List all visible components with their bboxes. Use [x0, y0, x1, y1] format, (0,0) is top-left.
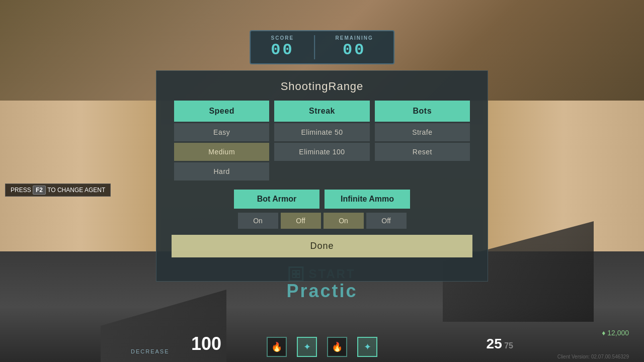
done-section: Done [156, 235, 488, 257]
done-button[interactable]: Done [172, 235, 472, 257]
speed-category-button[interactable]: Speed [174, 101, 269, 122]
medium-option-button[interactable]: Medium [174, 143, 269, 161]
hud-icon-fire: 🔥 [267, 337, 287, 357]
score-section: SCORE 00 [261, 35, 304, 59]
remaining-section: REMAINING 00 [326, 35, 383, 59]
hud-icon-intensity: 🔥 [327, 337, 347, 357]
bot-armor-label-button[interactable]: Bot Armor [234, 190, 319, 209]
f2-action-label: TO CHANGE AGENT [47, 187, 105, 194]
version-text: Client Version: 02.07.00.546329 [557, 354, 629, 359]
toggle-labels-row: Bot Armor Infinite Ammo [172, 190, 472, 209]
modal-title: ShootingRange [156, 71, 488, 101]
bots-category-button[interactable]: Bots [375, 101, 470, 122]
hud-icon-aim: ✦ [297, 337, 317, 357]
bot-armor-on-button[interactable]: On [238, 213, 278, 229]
remaining-value: 00 [336, 41, 373, 59]
strafe-option-button[interactable]: Strafe [375, 123, 470, 141]
bot-armor-off-button[interactable]: Off [281, 213, 321, 229]
hud-icons-row: 🔥 ✦ 🔥 ✦ [267, 337, 377, 357]
score-divider [314, 35, 315, 59]
f2-press-label: PRESS [11, 187, 31, 194]
options-grid: Speed Easy Medium Hard Streak Eliminate … [156, 101, 488, 182]
health-value: 100 [191, 333, 221, 354]
infinite-ammo-label-button[interactable]: Infinite Ammo [325, 190, 410, 209]
shooting-range-modal: ShootingRange Speed Easy Medium Hard Str… [156, 70, 488, 282]
hud-icon-special: ✦ [357, 337, 377, 357]
eliminate100-option-button[interactable]: Eliminate 100 [274, 143, 369, 161]
scoreboard: SCORE 00 REMAINING 00 [250, 30, 394, 64]
streak-column: Streak Eliminate 50 Eliminate 100 [272, 101, 372, 182]
bots-column: Bots Strafe Reset [372, 101, 472, 182]
speed-column: Speed Easy Medium Hard [172, 101, 272, 182]
eliminate50-option-button[interactable]: Eliminate 50 [274, 123, 369, 141]
reset-option-button[interactable]: Reset [375, 143, 470, 161]
streak-category-button[interactable]: Streak [274, 101, 369, 122]
decrease-label: DECREASE [131, 348, 170, 354]
ammo-reserve: 75 [502, 341, 513, 350]
infinite-ammo-off-button[interactable]: Off [366, 213, 407, 229]
money-value: ♦ 12,000 [602, 329, 629, 337]
hard-option-button[interactable]: Hard [174, 162, 269, 180]
hud-bottom: DECREASE 100 🔥 ✦ 🔥 ✦ 25 75 ♦ 12,000 Clie… [0, 317, 644, 362]
score-label: SCORE [271, 35, 294, 41]
f2-hint: PRESS F2 TO CHANGE AGENT [5, 184, 111, 197]
infinite-ammo-on-button[interactable]: On [324, 213, 364, 229]
toggles-section: Bot Armor Infinite Ammo On Off On Off [156, 190, 488, 229]
easy-option-button[interactable]: Easy [174, 123, 269, 141]
remaining-label: REMAINING [336, 35, 373, 41]
f2-key: F2 [33, 186, 46, 195]
score-value: 00 [271, 41, 294, 59]
practice-text: Practic [286, 281, 357, 302]
ammo-value: 25 75 [487, 336, 513, 352]
toggle-options-row: On Off On Off [172, 213, 472, 229]
